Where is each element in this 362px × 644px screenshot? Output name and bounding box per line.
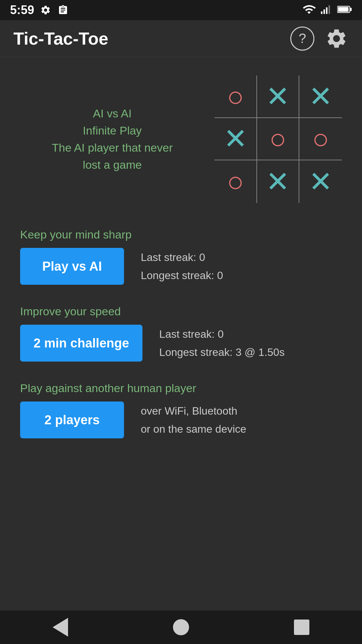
challenge-button[interactable]: 2 min challenge bbox=[20, 325, 142, 362]
two-players-stat1: over WiFi, Bluetooth bbox=[141, 402, 246, 420]
challenge-label: Improve your speed bbox=[20, 305, 342, 318]
play-vs-ai-button[interactable]: Play vs AI bbox=[20, 248, 124, 285]
challenge-stats: Last streak: 0 Longest streak: 3 @ 1.50s bbox=[159, 325, 285, 362]
ai-desc-line2: Infinite Play bbox=[20, 122, 204, 139]
ai-description: AI vs AI Infinite Play The AI player tha… bbox=[20, 105, 215, 173]
svg-rect-0 bbox=[321, 11, 323, 14]
play-vs-ai-stat1: Last streak: 0 bbox=[141, 248, 223, 266]
clipboard-status-icon bbox=[57, 4, 69, 16]
play-vs-ai-row: Play vs AI Last streak: 0 Longest streak… bbox=[20, 248, 342, 285]
back-button[interactable] bbox=[50, 617, 70, 637]
home-button[interactable] bbox=[171, 617, 191, 637]
ttt-board: ○ ✕ ✕ ✕ ○ ○ ○ ✕ ✕ bbox=[215, 75, 342, 203]
ttt-cell-1: ✕ bbox=[257, 75, 300, 118]
ttt-cell-3: ✕ bbox=[215, 118, 257, 161]
play-vs-ai-section: Keep your mind sharp Play vs AI Last str… bbox=[20, 228, 342, 285]
ttt-cell-4: ○ bbox=[257, 118, 300, 161]
status-time: 5:59 bbox=[10, 3, 34, 17]
svg-rect-5 bbox=[350, 8, 352, 11]
ttt-cell-8: ✕ bbox=[299, 160, 342, 203]
two-players-button[interactable]: 2 players bbox=[20, 401, 124, 438]
two-players-row: 2 players over WiFi, Bluetooth or on the… bbox=[20, 401, 342, 438]
back-icon bbox=[53, 618, 68, 637]
play-vs-ai-stats: Last streak: 0 Longest streak: 0 bbox=[141, 248, 223, 285]
recents-icon bbox=[294, 620, 309, 635]
challenge-stat2: Longest streak: 3 @ 1.50s bbox=[159, 343, 285, 361]
ttt-cell-5: ○ bbox=[299, 118, 342, 161]
signal-icon bbox=[320, 3, 333, 17]
app-title: Tic-Tac-Toe bbox=[13, 29, 108, 49]
app-bar-icons: ? bbox=[290, 26, 349, 51]
settings-status-icon bbox=[40, 4, 52, 16]
status-right bbox=[302, 2, 352, 18]
two-players-label: Play against another human player bbox=[20, 382, 342, 395]
bottom-nav bbox=[0, 610, 362, 644]
battery-icon bbox=[337, 2, 352, 18]
ai-desc-line4: lost a game bbox=[20, 156, 204, 173]
help-button[interactable]: ? bbox=[290, 26, 314, 51]
two-players-stat2: or on the same device bbox=[141, 420, 246, 438]
app-bar: Tic-Tac-Toe ? bbox=[0, 20, 362, 57]
svg-rect-6 bbox=[338, 7, 348, 12]
svg-rect-3 bbox=[328, 5, 330, 14]
play-vs-ai-stat2: Longest streak: 0 bbox=[141, 266, 223, 284]
ai-desc-line1: AI vs AI bbox=[20, 105, 204, 122]
ai-desc-line3: The AI player that never bbox=[20, 139, 204, 156]
ttt-cell-6: ○ bbox=[215, 160, 257, 203]
ttt-cell-2: ✕ bbox=[299, 75, 342, 118]
ttt-cell-7: ✕ bbox=[257, 160, 300, 203]
status-left: 5:59 bbox=[10, 3, 69, 17]
recents-button[interactable] bbox=[292, 617, 312, 637]
status-bar: 5:59 bbox=[0, 0, 362, 20]
home-icon bbox=[173, 619, 189, 635]
wifi-icon bbox=[302, 3, 316, 17]
two-players-stats: over WiFi, Bluetooth or on the same devi… bbox=[141, 402, 246, 438]
main-content: Keep your mind sharp Play vs AI Last str… bbox=[0, 218, 362, 469]
play-vs-ai-label: Keep your mind sharp bbox=[20, 228, 342, 241]
ttt-cell-0: ○ bbox=[215, 75, 257, 118]
svg-rect-1 bbox=[323, 9, 325, 14]
challenge-row: 2 min challenge Last streak: 0 Longest s… bbox=[20, 325, 342, 362]
svg-rect-2 bbox=[326, 7, 328, 14]
challenge-section: Improve your speed 2 min challenge Last … bbox=[20, 305, 342, 362]
settings-button[interactable] bbox=[324, 26, 349, 51]
two-players-section: Play against another human player 2 play… bbox=[20, 382, 342, 438]
hero-section: AI vs AI Infinite Play The AI player tha… bbox=[0, 57, 362, 218]
challenge-stat1: Last streak: 0 bbox=[159, 325, 285, 343]
